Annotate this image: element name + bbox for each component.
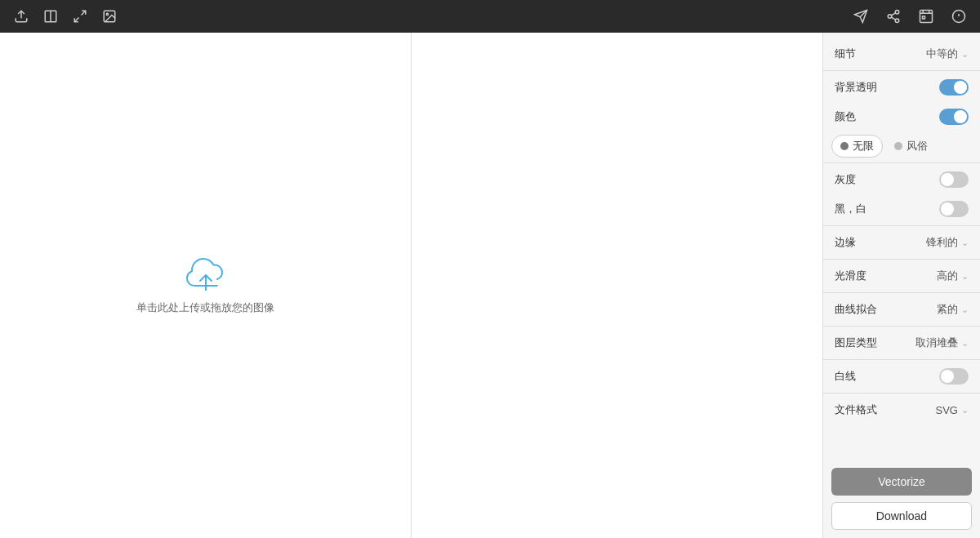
file-format-label: 文件格式 (835, 402, 877, 417)
detail-row: 细节 中等的 ⌄ (823, 39, 980, 69)
svg-line-13 (891, 13, 895, 16)
vectorize-button[interactable]: Vectorize (831, 468, 972, 496)
smoothness-value[interactable]: 高的 ⌄ (937, 269, 969, 283)
detail-chevron-icon: ⌄ (961, 49, 969, 60)
bg-transparent-toggle[interactable] (939, 79, 969, 96)
layout-toolbar-icon[interactable] (39, 5, 62, 28)
curve-fit-label: 曲线拟合 (835, 302, 877, 317)
upload-area[interactable]: 单击此处上传或拖放您的图像 (136, 256, 274, 315)
file-format-chevron-icon: ⌄ (961, 405, 969, 416)
right-panel: 细节 中等的 ⌄ 背景透明 颜色 无限 (822, 33, 980, 538)
svg-line-4 (74, 18, 78, 22)
file-format-value-text: SVG (936, 404, 958, 416)
white-line-toggle[interactable] (939, 368, 969, 385)
tab-custom-dot (894, 142, 902, 150)
layer-type-value[interactable]: 取消堆叠 ⌄ (915, 336, 969, 350)
canvas-left[interactable]: 单击此处上传或拖放您的图像 (0, 33, 412, 538)
panel-content: 细节 中等的 ⌄ 背景透明 颜色 无限 (823, 33, 980, 460)
smoothness-value-text: 高的 (937, 269, 958, 283)
info-toolbar-icon[interactable] (947, 5, 970, 28)
svg-line-3 (82, 11, 86, 15)
tab-custom-label: 风俗 (906, 139, 928, 153)
detail-label: 细节 (835, 47, 856, 61)
tabs-row: 无限 风俗 (823, 131, 980, 161)
curve-fit-row: 曲线拟合 紧的 ⌄ (823, 295, 980, 324)
grayscale-label: 灰度 (835, 172, 856, 187)
download-button[interactable]: Download (831, 502, 972, 530)
smoothness-chevron-icon: ⌄ (961, 271, 969, 282)
toolbar-right (849, 5, 970, 28)
layer-type-label: 图层类型 (835, 336, 877, 350)
cloud-upload-icon (185, 256, 227, 291)
bg-transparent-row: 背景透明 (823, 73, 980, 102)
svg-point-9 (895, 11, 899, 15)
tab-unlimited-label: 无限 (853, 139, 874, 153)
svg-rect-18 (923, 16, 925, 19)
smoothness-row: 光滑度 高的 ⌄ (823, 261, 980, 291)
canvas-right (412, 33, 822, 538)
svg-point-11 (895, 19, 899, 23)
expand-toolbar-icon[interactable] (69, 5, 91, 28)
share-toolbar-icon[interactable] (882, 5, 905, 28)
panel-buttons: Vectorize Download (823, 460, 980, 538)
bw-toggle[interactable] (939, 201, 969, 217)
svg-point-6 (106, 13, 108, 15)
edge-value[interactable]: 锋利的 ⌄ (926, 235, 969, 250)
image-toolbar-icon[interactable] (98, 5, 121, 28)
upload-label: 单击此处上传或拖放您的图像 (136, 300, 274, 315)
canvas-area: 单击此处上传或拖放您的图像 (0, 33, 822, 538)
detail-value[interactable]: 中等的 ⌄ (926, 47, 969, 61)
smoothness-label: 光滑度 (835, 269, 866, 283)
main-area: 单击此处上传或拖放您的图像 细节 中等的 ⌄ 背景透明 颜色 (0, 33, 980, 538)
svg-point-10 (888, 15, 892, 19)
file-format-value[interactable]: SVG ⌄ (936, 404, 969, 416)
toolbar (0, 0, 980, 33)
send-toolbar-icon[interactable] (849, 5, 872, 28)
layer-type-row: 图层类型 取消堆叠 ⌄ (823, 328, 980, 358)
white-line-label: 白线 (835, 369, 856, 384)
grayscale-toggle[interactable] (939, 171, 969, 188)
tab-unlimited-dot (840, 142, 849, 150)
edge-label: 边缘 (835, 235, 856, 250)
curve-fit-value[interactable]: 紧的 ⌄ (937, 302, 969, 317)
edge-value-text: 锋利的 (926, 235, 958, 250)
curve-fit-chevron-icon: ⌄ (961, 305, 969, 315)
layer-type-value-text: 取消堆叠 (915, 336, 958, 350)
color-row: 颜色 (823, 102, 980, 131)
bg-transparent-label: 背景透明 (835, 80, 877, 95)
layer-type-chevron-icon: ⌄ (961, 338, 969, 349)
svg-line-12 (891, 17, 895, 20)
tab-unlimited[interactable]: 无限 (831, 135, 883, 158)
grayscale-row: 灰度 (823, 165, 980, 194)
file-format-row: 文件格式 SVG ⌄ (823, 395, 980, 425)
curve-fit-value-text: 紧的 (937, 302, 958, 317)
white-line-row: 白线 (823, 362, 980, 391)
edge-row: 边缘 锋利的 ⌄ (823, 228, 980, 257)
detail-value-text: 中等的 (926, 47, 958, 61)
tab-custom[interactable]: 风俗 (886, 136, 936, 157)
bw-label: 黑，白 (835, 202, 866, 216)
upload-toolbar-icon[interactable] (10, 5, 33, 28)
edge-chevron-icon: ⌄ (961, 238, 969, 248)
color-label: 颜色 (835, 109, 856, 124)
color-toggle[interactable] (939, 109, 969, 125)
bw-row: 黑，白 (823, 194, 980, 224)
history-toolbar-icon[interactable] (915, 5, 938, 28)
